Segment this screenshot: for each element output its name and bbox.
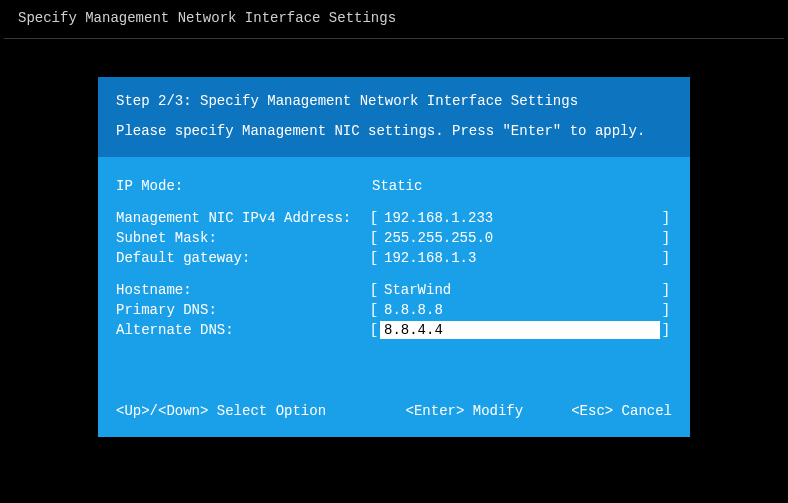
- field-subnet-mask-value[interactable]: 255.255.255.0: [380, 229, 660, 247]
- field-hostname-label: Hostname:: [116, 281, 368, 299]
- field-primary-dns-value[interactable]: 8.8.8.8: [380, 301, 660, 319]
- field-default-gateway-row[interactable]: Default gateway:[192.168.1.3]: [116, 249, 672, 267]
- bracket-close: ]: [660, 301, 672, 319]
- bracket-close: ]: [660, 249, 672, 267]
- ip-mode-row[interactable]: IP Mode: Static: [116, 177, 672, 195]
- bracket-open: [: [368, 229, 380, 247]
- bracket-open: [: [368, 321, 380, 339]
- field-hostname-value[interactable]: StarWind: [380, 281, 660, 299]
- hint-enter: <Enter> Modify: [406, 403, 524, 419]
- bracket-open: [: [368, 249, 380, 267]
- wizard-panel: Step 2/3: Specify Management Network Int…: [98, 77, 690, 437]
- field-primary-dns-label: Primary DNS:: [116, 301, 368, 319]
- ip-mode-value: Static: [368, 177, 672, 195]
- hint-esc: <Esc> Cancel: [571, 403, 672, 419]
- bracket-close: ]: [660, 321, 672, 339]
- field-hostname-row[interactable]: Hostname:[StarWind]: [116, 281, 672, 299]
- bracket-close: ]: [660, 229, 672, 247]
- panel-body: IP Mode: Static Management NIC IPv4 Addr…: [98, 157, 690, 387]
- hint-updown: <Up>/<Down> Select Option: [116, 403, 406, 419]
- field-default-gateway-value[interactable]: 192.168.1.3: [380, 249, 660, 267]
- ip-mode-label: IP Mode:: [116, 177, 368, 195]
- bracket-open: [: [368, 281, 380, 299]
- step-title: Step 2/3: Specify Management Network Int…: [116, 93, 672, 109]
- field-management-nic-ipv4-address-row[interactable]: Management NIC IPv4 Address:[192.168.1.2…: [116, 209, 672, 227]
- page-title: Specify Management Network Interface Set…: [0, 0, 788, 38]
- field-primary-dns-row[interactable]: Primary DNS:[8.8.8.8]: [116, 301, 672, 319]
- panel-header: Step 2/3: Specify Management Network Int…: [98, 77, 690, 157]
- bracket-open: [: [368, 209, 380, 227]
- field-group-1: Management NIC IPv4 Address:[192.168.1.2…: [116, 209, 672, 267]
- bracket-close: ]: [660, 209, 672, 227]
- bracket-open: [: [368, 301, 380, 319]
- field-management-nic-ipv4-address-label: Management NIC IPv4 Address:: [116, 209, 368, 227]
- instruction-text: Please specify Management NIC settings. …: [116, 123, 672, 139]
- panel-footer: <Up>/<Down> Select Option <Enter> Modify…: [98, 387, 690, 437]
- field-alternate-dns-row[interactable]: Alternate DNS:[8.8.4.4]: [116, 321, 672, 339]
- field-alternate-dns-value[interactable]: 8.8.4.4: [380, 321, 660, 339]
- field-subnet-mask-row[interactable]: Subnet Mask:[255.255.255.0]: [116, 229, 672, 247]
- field-management-nic-ipv4-address-value[interactable]: 192.168.1.233: [380, 209, 660, 227]
- divider: [4, 38, 784, 39]
- field-group-2: Hostname:[StarWind]Primary DNS:[8.8.8.8]…: [116, 281, 672, 339]
- field-subnet-mask-label: Subnet Mask:: [116, 229, 368, 247]
- bracket-close: ]: [660, 281, 672, 299]
- field-alternate-dns-label: Alternate DNS:: [116, 321, 368, 339]
- field-default-gateway-label: Default gateway:: [116, 249, 368, 267]
